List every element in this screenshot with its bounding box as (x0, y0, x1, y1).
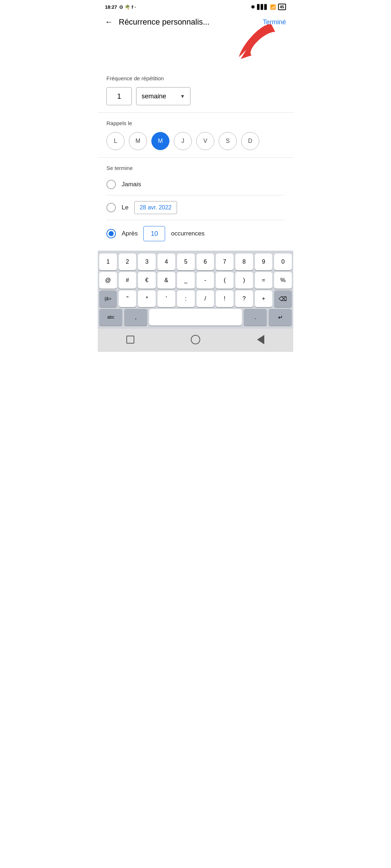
key-excl[interactable]: ! (216, 290, 234, 307)
date-picker[interactable]: 28 avr. 2022 (134, 201, 177, 214)
label-jamais: Jamais (122, 181, 141, 188)
days-section: Rappels le LMMJVSD (98, 113, 293, 158)
dropdown-arrow-icon: ▼ (180, 93, 185, 99)
key-plus[interactable]: + (255, 290, 273, 307)
key-enter[interactable]: ↵ (269, 309, 292, 326)
status-left: 18:27 ⊙ 🌴 f · (105, 4, 136, 10)
back-icon (257, 335, 264, 344)
key-comma[interactable]: , (124, 309, 147, 326)
arrow-annotation (98, 32, 293, 68)
key-2[interactable]: 2 (119, 254, 136, 270)
label-apres: Après (122, 230, 138, 237)
key-0[interactable]: 0 (274, 254, 292, 270)
option-apres[interactable]: Après 10 occurrences (106, 220, 285, 247)
end-section: Se termine Jamais Le 28 avr. 2022 Après … (98, 158, 293, 251)
keyboard: 1 2 3 4 5 6 7 8 9 0 @ # € & _ - ( ) = % … (98, 251, 293, 329)
key-backspace[interactable]: ⌫ (274, 290, 292, 307)
key-star[interactable]: * (138, 290, 156, 307)
radio-apres[interactable] (106, 229, 116, 238)
occurrences-label: occurrences (171, 230, 205, 237)
key-1[interactable]: 1 (99, 254, 117, 270)
key-3[interactable]: 3 (138, 254, 156, 270)
battery-indicator: 45 (278, 4, 286, 10)
key-space[interactable] (149, 309, 242, 326)
nav-home-button[interactable] (189, 333, 202, 346)
key-percent[interactable]: % (274, 272, 292, 289)
status-bar: 18:27 ⊙ 🌴 f · ✱ ▋▋▋ 📶 45 (98, 0, 293, 12)
key-9[interactable]: 9 (255, 254, 273, 270)
back-button[interactable]: ← (105, 17, 113, 27)
radio-le[interactable] (106, 203, 116, 212)
key-apos[interactable]: ' (157, 290, 175, 307)
stop-icon (126, 336, 134, 344)
key-7[interactable]: 7 (216, 254, 234, 270)
key-slash[interactable]: / (197, 290, 214, 307)
frequency-section: Fréquence de répétition 1 semaine ▼ (98, 68, 293, 113)
key-at[interactable]: @ (99, 272, 117, 289)
days-row: LMMJVSD (106, 132, 285, 150)
occurrence-value: 10 (151, 230, 158, 238)
occurrence-count[interactable]: 10 (143, 226, 165, 241)
days-label: Rappels le (106, 120, 285, 126)
key-5[interactable]: 5 (177, 254, 195, 270)
key-rparen[interactable]: ) (235, 272, 253, 289)
radio-jamais[interactable] (106, 180, 116, 189)
key-period[interactable]: . (244, 309, 267, 326)
key-6[interactable]: 6 (197, 254, 214, 270)
frequency-row: 1 semaine ▼ (106, 87, 285, 105)
end-section-label: Se termine (106, 165, 285, 171)
key-minus[interactable]: - (197, 272, 214, 289)
key-colon[interactable]: : (177, 290, 195, 307)
key-amp[interactable]: & (157, 272, 175, 289)
status-right: ✱ ▋▋▋ 📶 45 (251, 4, 286, 10)
top-bar-left: ← Récurrence personnalis... (105, 17, 210, 27)
key-quote[interactable]: " (119, 290, 136, 307)
key-braces[interactable]: {&= (99, 290, 117, 307)
time: 18:27 (105, 4, 117, 10)
frequency-unit-label: semaine (142, 93, 166, 100)
day-S-5[interactable]: S (219, 132, 237, 150)
keyboard-row-symbols2: {&= " * ' : / ! ? + ⌫ (99, 290, 292, 307)
signal-icon: ▋▋▋ (257, 4, 268, 10)
nav-stop-button[interactable] (124, 333, 137, 346)
key-abc[interactable]: abc (99, 309, 122, 326)
key-8[interactable]: 8 (235, 254, 253, 270)
key-underscore[interactable]: _ (177, 272, 195, 289)
home-icon (191, 335, 200, 344)
frequency-label: Fréquence de répétition (106, 75, 285, 81)
day-J-3[interactable]: J (174, 132, 192, 150)
frequency-number[interactable]: 1 (106, 87, 132, 105)
keyboard-row-numbers: 1 2 3 4 5 6 7 8 9 0 (99, 254, 292, 270)
key-hash[interactable]: # (119, 272, 136, 289)
notification-icons: ⊙ 🌴 f · (119, 4, 136, 10)
date-value: 28 avr. 2022 (140, 204, 172, 210)
keyboard-row-bottom: abc , . ↵ (99, 309, 292, 326)
bottom-nav (98, 329, 293, 352)
page-title: Récurrence personnalis... (119, 17, 210, 27)
frequency-unit-dropdown[interactable]: semaine ▼ (136, 87, 190, 105)
option-jamais[interactable]: Jamais (106, 174, 285, 195)
key-4[interactable]: 4 (157, 254, 175, 270)
red-arrow-icon (235, 21, 279, 61)
key-equals[interactable]: = (255, 272, 273, 289)
key-lparen[interactable]: ( (216, 272, 234, 289)
bluetooth-icon: ✱ (251, 4, 255, 10)
label-le: Le (122, 204, 129, 211)
key-euro[interactable]: € (138, 272, 156, 289)
option-le[interactable]: Le 28 avr. 2022 (106, 195, 285, 220)
keyboard-row-symbols1: @ # € & _ - ( ) = % (99, 272, 292, 289)
wifi-icon: 📶 (270, 4, 276, 10)
nav-back-button[interactable] (254, 333, 267, 346)
day-V-4[interactable]: V (196, 132, 214, 150)
day-M-2[interactable]: M (151, 132, 169, 150)
day-D-6[interactable]: D (241, 132, 259, 150)
key-question[interactable]: ? (235, 290, 253, 307)
day-L-0[interactable]: L (106, 132, 125, 150)
day-M-1[interactable]: M (129, 132, 147, 150)
